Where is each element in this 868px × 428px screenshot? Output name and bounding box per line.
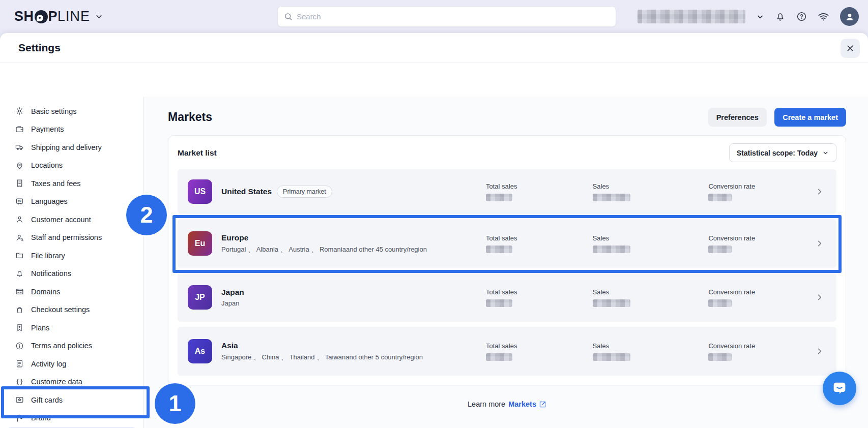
stat-sales: Sales	[593, 182, 709, 201]
chevron-down-icon	[822, 149, 829, 156]
truck-icon	[15, 143, 24, 151]
sidebar-item-label: Notifications	[31, 269, 71, 278]
search-icon	[284, 12, 293, 21]
market-badge: JP	[188, 285, 212, 310]
sidebar-item-shipping-and-delivery[interactable]: Shipping and delivery	[0, 138, 143, 157]
sidebar-item-basic-settings[interactable]: Basic settings	[0, 102, 143, 120]
page-title: Settings	[18, 42, 61, 54]
shopline-logo[interactable]: SHPLINE	[14, 9, 103, 24]
sidebar-item-brand[interactable]: Brand	[0, 409, 143, 427]
market-info: United StatesPrimary market	[221, 186, 486, 198]
person-key-icon	[15, 233, 24, 242]
sidebar-item-customer-account[interactable]: Customer account	[0, 210, 143, 229]
create-market-button[interactable]: Create a market	[774, 108, 846, 127]
sidebar-item-label: Domains	[31, 288, 60, 296]
market-row-united-states[interactable]: USUnited StatesPrimary marketTotal sales…	[178, 169, 836, 214]
sidebar-item-payments[interactable]: Payments	[0, 120, 143, 139]
sidebar-item-customize-data[interactable]: Customize data	[0, 373, 143, 391]
chevron-right-icon	[815, 239, 824, 248]
stat-sales: Sales	[593, 288, 709, 307]
market-row-europe[interactable]: EuEuropePortugal 、 Albania 、 Austria 、 R…	[178, 219, 836, 268]
search-input[interactable]	[297, 12, 610, 21]
sidebar-item-domains[interactable]: Domains	[0, 283, 143, 301]
stat-value-redacted	[593, 299, 630, 307]
stat-total-sales: Total sales	[486, 342, 593, 361]
account-avatar[interactable]	[840, 7, 859, 26]
preferences-button[interactable]: Preferences	[708, 108, 767, 127]
stat-label: Sales	[593, 288, 709, 296]
markets-header: Markets Preferences Create a market	[168, 108, 846, 127]
sidebar-item-label: File library	[31, 252, 65, 260]
location-pin-icon	[15, 161, 24, 170]
chevron-right-icon	[815, 187, 824, 196]
markets-header-actions: Preferences Create a market	[708, 108, 846, 127]
close-icon	[846, 44, 854, 52]
market-row-asia[interactable]: AsAsiaSingapore 、 China 、 Thailand 、 Tai…	[178, 327, 836, 376]
close-button[interactable]	[841, 39, 860, 58]
svg-text:EN: EN	[18, 200, 21, 202]
market-list-title: Market list	[178, 148, 217, 158]
receipt-icon	[15, 179, 24, 188]
language-bubble-icon: EN	[15, 197, 24, 206]
browser-icon	[15, 287, 24, 296]
market-rows: USUnited StatesPrimary marketTotal sales…	[168, 169, 846, 385]
market-name: United States	[221, 187, 272, 196]
chevron-down-icon	[95, 12, 103, 21]
market-countries: Singapore 、 China 、 Thailand 、 Taiwanand…	[221, 353, 486, 362]
wifi-icon[interactable]	[818, 11, 829, 22]
chat-bubble-icon	[831, 380, 848, 397]
chevron-right-icon	[815, 347, 824, 356]
flag-icon	[15, 414, 24, 422]
stat-total-sales: Total sales	[486, 182, 593, 201]
settings-panel-header: Settings	[0, 33, 868, 63]
stat-value-redacted	[708, 353, 732, 361]
settings-sidebar: Basic settingsPaymentsShipping and deliv…	[0, 97, 144, 428]
sidebar-item-staff-and-permissions[interactable]: Staff and permissions	[0, 229, 143, 247]
sidebar-item-locations[interactable]: Locations	[0, 157, 143, 175]
sidebar-item-label: Basic settings	[31, 107, 76, 115]
info-icon	[15, 342, 24, 350]
sidebar-item-notifications[interactable]: Notifications	[0, 265, 143, 283]
sidebar-item-terms-and-policies[interactable]: Terms and policies	[0, 337, 143, 355]
learn-more-text: Learn more	[468, 400, 505, 408]
topbar-right	[638, 0, 859, 33]
stat-value-redacted	[486, 246, 512, 253]
sidebar-item-label: Terms and policies	[31, 342, 92, 350]
sidebar-item-taxes-and-fees[interactable]: Taxes and fees	[0, 174, 143, 193]
sidebar-item-file-library[interactable]: File library	[0, 247, 143, 265]
sidebar-item-checkout-settings[interactable]: Checkout settings	[0, 301, 143, 319]
annotation-step-1: 1	[155, 383, 195, 424]
external-link-icon	[539, 401, 546, 408]
statistical-scope-dropdown[interactable]: Statistical scope: Today	[729, 143, 836, 162]
stat-value-redacted	[486, 194, 512, 201]
store-name-redacted[interactable]	[638, 10, 745, 23]
sidebar-item-activity-log[interactable]: Activity log	[0, 355, 143, 373]
bell-icon	[15, 269, 24, 278]
learn-more-markets-link[interactable]: Markets	[508, 400, 546, 408]
help-icon[interactable]	[796, 11, 807, 22]
sidebar-item-plans[interactable]: Plans	[0, 319, 143, 337]
sidebar-item-label: Languages	[31, 197, 68, 205]
stat-label: Conversion rate	[708, 182, 815, 190]
sidebar-item-label: Payments	[31, 125, 64, 133]
wallet-icon	[15, 125, 24, 134]
market-countries: Japan	[221, 299, 486, 307]
market-countries: Portugal 、 Albania 、 Austria 、 Romaniaan…	[221, 245, 486, 254]
notification-bell-icon[interactable]	[775, 11, 786, 22]
market-row-japan[interactable]: JPJapanJapanTotal salesSalesConversion r…	[178, 273, 836, 322]
stat-label: Total sales	[486, 234, 593, 242]
stat-total-sales: Total sales	[486, 234, 593, 253]
annotation-step-2: 2	[126, 195, 167, 235]
chat-button[interactable]	[823, 372, 856, 405]
markets-title: Markets	[168, 110, 212, 124]
sidebar-item-label: Shipping and delivery	[31, 143, 102, 151]
stat-value-redacted	[486, 353, 512, 361]
stat-total-sales: Total sales	[486, 288, 593, 307]
stat-value-redacted	[708, 299, 732, 307]
person-icon	[844, 11, 855, 22]
person-icon	[15, 215, 24, 224]
sidebar-item-languages[interactable]: ENLanguages	[0, 193, 143, 211]
store-chevron-down-icon[interactable]	[756, 13, 764, 21]
stat-label: Sales	[593, 342, 709, 350]
sidebar-item-gift-cards[interactable]: Gift cards	[0, 391, 143, 409]
